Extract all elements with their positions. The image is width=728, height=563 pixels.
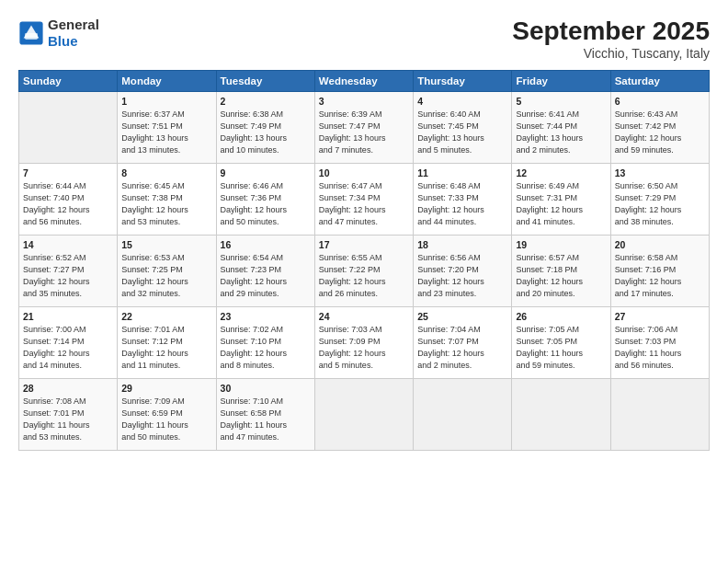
calendar-cell: 24Sunrise: 7:03 AM Sunset: 7:09 PM Dayli… [314,307,413,379]
day-header-saturday: Saturday [610,71,709,92]
logo-blue-text: Blue [48,33,78,49]
cell-content: Sunrise: 6:40 AM Sunset: 7:45 PM Dayligh… [417,109,507,156]
calendar-cell: 14Sunrise: 6:52 AM Sunset: 7:27 PM Dayli… [19,236,118,307]
cell-content: Sunrise: 6:41 AM Sunset: 7:44 PM Dayligh… [516,109,606,156]
cell-content: Sunrise: 7:08 AM Sunset: 7:01 PM Dayligh… [23,396,113,443]
calendar-cell: 2Sunrise: 6:38 AM Sunset: 7:49 PM Daylig… [216,92,314,164]
day-number: 20 [615,239,705,250]
cell-content: Sunrise: 6:45 AM Sunset: 7:38 PM Dayligh… [121,180,211,228]
calendar-cell: 6Sunrise: 6:43 AM Sunset: 7:42 PM Daylig… [610,92,709,164]
day-header-sunday: Sunday [19,71,118,92]
cell-content: Sunrise: 6:43 AM Sunset: 7:42 PM Dayligh… [615,109,705,156]
calendar-cell: 5Sunrise: 6:41 AM Sunset: 7:44 PM Daylig… [512,92,610,164]
calendar-cell [512,379,610,451]
day-number: 24 [319,311,409,322]
svg-rect-2 [25,33,38,40]
calendar-cell [19,92,118,164]
day-number: 26 [516,311,606,322]
day-number: 21 [23,311,113,322]
calendar-cell: 3Sunrise: 6:39 AM Sunset: 7:47 PM Daylig… [314,92,413,164]
day-number: 30 [221,383,311,394]
calendar-cell [610,379,709,451]
day-number: 27 [615,311,705,322]
cell-content: Sunrise: 6:56 AM Sunset: 7:20 PM Dayligh… [417,252,507,300]
calendar-cell: 29Sunrise: 7:09 AM Sunset: 6:59 PM Dayli… [118,379,216,451]
cell-content: Sunrise: 7:09 AM Sunset: 6:59 PM Dayligh… [121,396,211,443]
week-row-5: 28Sunrise: 7:08 AM Sunset: 7:01 PM Dayli… [19,379,710,451]
day-number: 17 [319,239,409,250]
calendar-cell: 20Sunrise: 6:58 AM Sunset: 7:16 PM Dayli… [610,236,709,307]
calendar-table: SundayMondayTuesdayWednesdayThursdayFrid… [18,70,710,451]
calendar-cell: 1Sunrise: 6:37 AM Sunset: 7:51 PM Daylig… [118,92,216,164]
cell-content: Sunrise: 6:57 AM Sunset: 7:18 PM Dayligh… [516,252,606,300]
calendar-cell: 16Sunrise: 6:54 AM Sunset: 7:23 PM Dayli… [216,236,314,307]
day-number: 28 [23,383,113,394]
calendar-cell: 23Sunrise: 7:02 AM Sunset: 7:10 PM Dayli… [216,307,314,379]
cell-content: Sunrise: 6:46 AM Sunset: 7:36 PM Dayligh… [221,180,311,228]
day-number: 25 [417,311,507,322]
calendar-cell: 27Sunrise: 7:06 AM Sunset: 7:03 PM Dayli… [610,307,709,379]
calendar-cell: 22Sunrise: 7:01 AM Sunset: 7:12 PM Dayli… [118,307,216,379]
day-number: 19 [516,239,606,250]
calendar-cell: 10Sunrise: 6:47 AM Sunset: 7:34 PM Dayli… [314,164,413,236]
week-row-1: 1Sunrise: 6:37 AM Sunset: 7:51 PM Daylig… [19,92,710,164]
day-header-tuesday: Tuesday [216,71,314,92]
calendar-cell: 13Sunrise: 6:50 AM Sunset: 7:29 PM Dayli… [610,164,709,236]
month-title: September 2025 [512,17,710,46]
day-number: 12 [516,167,606,178]
calendar-cell: 18Sunrise: 6:56 AM Sunset: 7:20 PM Dayli… [414,236,512,307]
day-number: 22 [121,311,211,322]
day-number: 15 [121,239,211,250]
cell-content: Sunrise: 7:00 AM Sunset: 7:14 PM Dayligh… [23,324,113,372]
day-number: 6 [615,96,705,107]
page: General Blue September 2025 Vicchio, Tus… [0,0,728,563]
logo-general-text: General [48,17,99,32]
calendar-cell: 25Sunrise: 7:04 AM Sunset: 7:07 PM Dayli… [414,307,512,379]
day-number: 7 [23,167,113,178]
cell-content: Sunrise: 6:49 AM Sunset: 7:31 PM Dayligh… [516,180,606,228]
day-header-monday: Monday [118,71,216,92]
day-number: 3 [319,96,409,107]
day-number: 29 [121,383,211,394]
day-number: 13 [615,167,705,178]
cell-content: Sunrise: 6:37 AM Sunset: 7:51 PM Dayligh… [121,109,211,156]
calendar-cell: 11Sunrise: 6:48 AM Sunset: 7:33 PM Dayli… [414,164,512,236]
day-number: 1 [121,96,211,107]
calendar-cell: 15Sunrise: 6:53 AM Sunset: 7:25 PM Dayli… [118,236,216,307]
day-number: 10 [319,167,409,178]
calendar-cell: 7Sunrise: 6:44 AM Sunset: 7:40 PM Daylig… [19,164,118,236]
day-number: 16 [221,239,311,250]
day-number: 8 [121,167,211,178]
day-number: 11 [417,167,507,178]
cell-content: Sunrise: 7:04 AM Sunset: 7:07 PM Dayligh… [417,324,507,372]
cell-content: Sunrise: 6:39 AM Sunset: 7:47 PM Dayligh… [319,109,409,156]
calendar-cell [314,379,413,451]
calendar-cell: 21Sunrise: 7:00 AM Sunset: 7:14 PM Dayli… [19,307,118,379]
cell-content: Sunrise: 6:47 AM Sunset: 7:34 PM Dayligh… [319,180,409,228]
cell-content: Sunrise: 6:52 AM Sunset: 7:27 PM Dayligh… [23,252,113,300]
cell-content: Sunrise: 6:58 AM Sunset: 7:16 PM Dayligh… [615,252,705,300]
calendar-cell [414,379,512,451]
calendar-cell: 28Sunrise: 7:08 AM Sunset: 7:01 PM Dayli… [19,379,118,451]
cell-content: Sunrise: 6:50 AM Sunset: 7:29 PM Dayligh… [615,180,705,228]
header: General Blue September 2025 Vicchio, Tus… [18,17,710,61]
cell-content: Sunrise: 7:10 AM Sunset: 6:58 PM Dayligh… [221,396,311,443]
cell-content: Sunrise: 7:01 AM Sunset: 7:12 PM Dayligh… [121,324,211,372]
cell-content: Sunrise: 7:03 AM Sunset: 7:09 PM Dayligh… [319,324,409,372]
calendar-cell: 9Sunrise: 6:46 AM Sunset: 7:36 PM Daylig… [216,164,314,236]
calendar-cell: 26Sunrise: 7:05 AM Sunset: 7:05 PM Dayli… [512,307,610,379]
location: Vicchio, Tuscany, Italy [512,46,710,61]
day-number: 14 [23,239,113,250]
day-header-friday: Friday [512,71,610,92]
cell-content: Sunrise: 6:54 AM Sunset: 7:23 PM Dayligh… [221,252,311,300]
logo: General Blue [18,17,99,50]
week-row-4: 21Sunrise: 7:00 AM Sunset: 7:14 PM Dayli… [19,307,710,379]
day-header-wednesday: Wednesday [314,71,413,92]
calendar-cell: 8Sunrise: 6:45 AM Sunset: 7:38 PM Daylig… [118,164,216,236]
logo-icon [18,20,44,46]
cell-content: Sunrise: 7:05 AM Sunset: 7:05 PM Dayligh… [516,324,606,372]
day-number: 4 [417,96,507,107]
cell-content: Sunrise: 6:48 AM Sunset: 7:33 PM Dayligh… [417,180,507,228]
calendar-cell: 12Sunrise: 6:49 AM Sunset: 7:31 PM Dayli… [512,164,610,236]
day-number: 2 [221,96,311,107]
